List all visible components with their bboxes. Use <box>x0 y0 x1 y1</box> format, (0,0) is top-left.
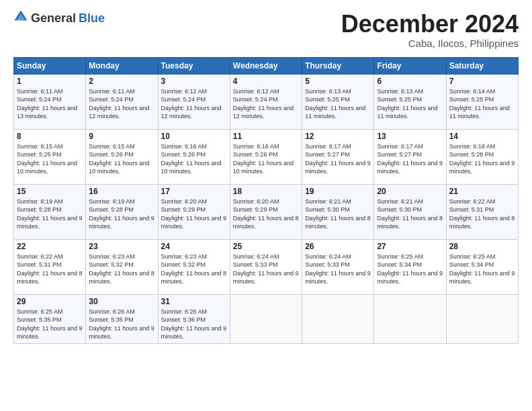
table-row: 17Sunrise: 6:20 AMSunset: 5:29 PMDayligh… <box>158 184 230 239</box>
day-info: Sunrise: 6:13 AMSunset: 5:25 PMDaylight:… <box>305 88 365 120</box>
table-row: 5Sunrise: 6:13 AMSunset: 5:25 PMDaylight… <box>302 74 374 129</box>
day-info: Sunrise: 6:18 AMSunset: 5:28 PMDaylight:… <box>449 143 515 175</box>
logo-icon <box>13 9 28 24</box>
table-row: 11Sunrise: 6:16 AMSunset: 5:26 PMDayligh… <box>230 129 302 184</box>
day-number: 30 <box>89 297 154 306</box>
day-info: Sunrise: 6:24 AMSunset: 5:33 PMDaylight:… <box>305 253 371 285</box>
day-number: 21 <box>449 187 515 196</box>
day-info: Sunrise: 6:11 AMSunset: 5:24 PMDaylight:… <box>89 88 149 120</box>
table-row: 7Sunrise: 6:14 AMSunset: 5:25 PMDaylight… <box>446 74 518 129</box>
day-number: 23 <box>89 242 154 251</box>
title-block: December 2024 Caba, Ilocos, Philippines <box>341 11 519 49</box>
calendar-table: Sunday Monday Tuesday Wednesday Thursday… <box>13 57 519 344</box>
day-info: Sunrise: 6:12 AMSunset: 5:24 PMDaylight:… <box>161 88 222 120</box>
table-row: 6Sunrise: 6:13 AMSunset: 5:25 PMDaylight… <box>374 74 446 129</box>
table-row: 31Sunrise: 6:26 AMSunset: 5:36 PMDayligh… <box>158 294 230 343</box>
table-row: 19Sunrise: 6:21 AMSunset: 5:30 PMDayligh… <box>302 184 374 239</box>
day-number: 17 <box>161 187 227 196</box>
table-row: 10Sunrise: 6:16 AMSunset: 5:26 PMDayligh… <box>158 129 230 184</box>
day-info: Sunrise: 6:12 AMSunset: 5:24 PMDaylight:… <box>233 88 294 120</box>
table-row: 27Sunrise: 6:25 AMSunset: 5:34 PMDayligh… <box>374 239 446 294</box>
logo-blue-text: Blue <box>79 11 105 26</box>
logo-general-text: General <box>31 11 76 26</box>
col-monday: Monday <box>86 57 158 74</box>
day-number: 3 <box>161 77 227 86</box>
day-info: Sunrise: 6:25 AMSunset: 5:34 PMDaylight:… <box>449 253 515 285</box>
table-row: 12Sunrise: 6:17 AMSunset: 5:27 PMDayligh… <box>302 129 374 184</box>
day-info: Sunrise: 6:15 AMSunset: 5:26 PMDaylight:… <box>89 143 149 175</box>
day-number: 18 <box>233 187 299 196</box>
table-row: 20Sunrise: 6:21 AMSunset: 5:30 PMDayligh… <box>374 184 446 239</box>
table-row: 23Sunrise: 6:23 AMSunset: 5:32 PMDayligh… <box>86 239 158 294</box>
table-row: 15Sunrise: 6:19 AMSunset: 5:28 PMDayligh… <box>14 184 86 239</box>
table-row: 3Sunrise: 6:12 AMSunset: 5:24 PMDaylight… <box>158 74 230 129</box>
day-info: Sunrise: 6:16 AMSunset: 5:26 PMDaylight:… <box>161 143 222 175</box>
table-row: 2Sunrise: 6:11 AMSunset: 5:24 PMDaylight… <box>86 74 158 129</box>
col-tuesday: Tuesday <box>158 57 230 74</box>
day-info: Sunrise: 6:17 AMSunset: 5:27 PMDaylight:… <box>305 143 371 175</box>
day-info: Sunrise: 6:24 AMSunset: 5:33 PMDaylight:… <box>233 253 299 285</box>
col-wednesday: Wednesday <box>230 57 302 74</box>
calendar-header-row: Sunday Monday Tuesday Wednesday Thursday… <box>14 57 519 74</box>
logo: General Blue <box>13 11 105 26</box>
table-row: 16Sunrise: 6:19 AMSunset: 5:28 PMDayligh… <box>86 184 158 239</box>
day-number: 15 <box>17 187 83 196</box>
month-title: December 2024 <box>341 11 519 38</box>
day-number: 1 <box>17 77 83 86</box>
page: General Blue December 2024 Caba, Ilocos,… <box>0 0 532 411</box>
day-number: 22 <box>17 242 83 251</box>
day-info: Sunrise: 6:11 AMSunset: 5:24 PMDaylight:… <box>17 88 77 120</box>
day-info: Sunrise: 6:14 AMSunset: 5:25 PMDaylight:… <box>449 88 510 120</box>
day-info: Sunrise: 6:20 AMSunset: 5:29 PMDaylight:… <box>161 198 227 230</box>
table-row: 22Sunrise: 6:22 AMSunset: 5:31 PMDayligh… <box>14 239 86 294</box>
day-number: 20 <box>377 187 443 196</box>
day-number: 12 <box>305 132 371 141</box>
col-friday: Friday <box>374 57 446 74</box>
day-info: Sunrise: 6:17 AMSunset: 5:27 PMDaylight:… <box>377 143 443 175</box>
day-info: Sunrise: 6:21 AMSunset: 5:30 PMDaylight:… <box>305 198 371 230</box>
day-info: Sunrise: 6:22 AMSunset: 5:31 PMDaylight:… <box>449 198 515 230</box>
table-row: 18Sunrise: 6:20 AMSunset: 5:29 PMDayligh… <box>230 184 302 239</box>
table-row <box>302 294 374 343</box>
col-saturday: Saturday <box>446 57 518 74</box>
day-info: Sunrise: 6:20 AMSunset: 5:29 PMDaylight:… <box>233 198 299 230</box>
day-number: 9 <box>89 132 154 141</box>
table-row: 21Sunrise: 6:22 AMSunset: 5:31 PMDayligh… <box>446 184 518 239</box>
day-number: 31 <box>161 297 227 306</box>
table-row: 25Sunrise: 6:24 AMSunset: 5:33 PMDayligh… <box>230 239 302 294</box>
table-row: 28Sunrise: 6:25 AMSunset: 5:34 PMDayligh… <box>446 239 518 294</box>
day-info: Sunrise: 6:16 AMSunset: 5:26 PMDaylight:… <box>233 143 294 175</box>
day-info: Sunrise: 6:19 AMSunset: 5:28 PMDaylight:… <box>17 198 83 230</box>
day-number: 24 <box>161 242 227 251</box>
day-number: 8 <box>17 132 83 141</box>
location: Caba, Ilocos, Philippines <box>341 38 519 49</box>
header: General Blue December 2024 Caba, Ilocos,… <box>13 11 519 49</box>
day-number: 7 <box>449 77 515 86</box>
day-info: Sunrise: 6:23 AMSunset: 5:32 PMDaylight:… <box>89 253 154 285</box>
day-info: Sunrise: 6:23 AMSunset: 5:32 PMDaylight:… <box>161 253 227 285</box>
table-row: 8Sunrise: 6:15 AMSunset: 5:25 PMDaylight… <box>14 129 86 184</box>
table-row: 24Sunrise: 6:23 AMSunset: 5:32 PMDayligh… <box>158 239 230 294</box>
day-info: Sunrise: 6:19 AMSunset: 5:28 PMDaylight:… <box>89 198 154 230</box>
day-info: Sunrise: 6:22 AMSunset: 5:31 PMDaylight:… <box>17 253 83 285</box>
col-sunday: Sunday <box>14 57 86 74</box>
day-number: 2 <box>89 77 154 86</box>
table-row <box>374 294 446 343</box>
day-number: 16 <box>89 187 154 196</box>
table-row: 26Sunrise: 6:24 AMSunset: 5:33 PMDayligh… <box>302 239 374 294</box>
table-row: 30Sunrise: 6:26 AMSunset: 5:35 PMDayligh… <box>86 294 158 343</box>
day-info: Sunrise: 6:21 AMSunset: 5:30 PMDaylight:… <box>377 198 443 230</box>
day-info: Sunrise: 6:15 AMSunset: 5:25 PMDaylight:… <box>17 143 77 175</box>
day-number: 4 <box>233 77 299 86</box>
day-number: 27 <box>377 242 443 251</box>
day-info: Sunrise: 6:26 AMSunset: 5:35 PMDaylight:… <box>89 308 154 340</box>
day-info: Sunrise: 6:25 AMSunset: 5:34 PMDaylight:… <box>377 253 443 285</box>
day-number: 25 <box>233 242 299 251</box>
day-number: 5 <box>305 77 371 86</box>
day-number: 6 <box>377 77 443 86</box>
day-info: Sunrise: 6:13 AMSunset: 5:25 PMDaylight:… <box>377 88 437 120</box>
table-row: 9Sunrise: 6:15 AMSunset: 5:26 PMDaylight… <box>86 129 158 184</box>
day-number: 10 <box>161 132 227 141</box>
day-number: 13 <box>377 132 443 141</box>
day-number: 11 <box>233 132 299 141</box>
